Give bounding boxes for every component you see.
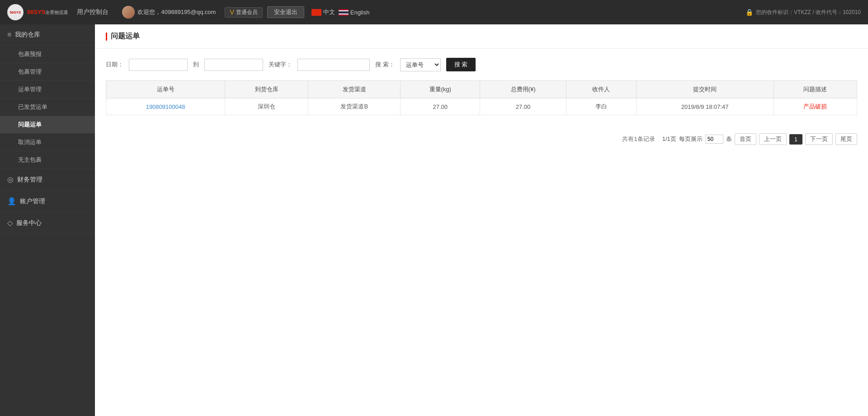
table-container: 运单号 到货仓库 发货渠道 重量(kg) 总费用(¥) 收件人 提交时间 问题描…: [95, 80, 868, 126]
sidebar: ≡ 我的仓库 包裹预报 包裹管理 运单管理 已发货运单 问题运单 取消运单 无主…: [0, 24, 95, 416]
table-row: 190809100048 深圳仓 发货渠道B 27.00 27.00 李白 20…: [106, 98, 857, 115]
sidebar-category-account-label: 账户管理: [20, 197, 45, 206]
cell-channel: 发货渠道B: [308, 98, 401, 115]
lang-cn-button[interactable]: 中文: [311, 8, 335, 16]
sidebar-category-warehouse-label: 我的仓库: [15, 31, 40, 39]
lang-en-button[interactable]: English: [339, 9, 370, 16]
col-issue: 问题描述: [774, 81, 857, 98]
sidebar-category-finance-label: 财务管理: [17, 176, 42, 184]
sidebar-category-service-label: 服务中心: [16, 219, 42, 227]
next-page-button[interactable]: 下一页: [805, 133, 833, 145]
table-header: 运单号 到货仓库 发货渠道 重量(kg) 总费用(¥) 收件人 提交时间 问题描…: [106, 81, 857, 98]
user-info-section: 欢迎您，409889195@qq.com: [122, 6, 216, 19]
logout-button[interactable]: 安全退出: [267, 6, 304, 18]
user-code-info: 🔒 您的收件标识：VTKZZ / 收件代号：102010: [745, 9, 861, 16]
language-switch: 中文 English: [311, 8, 370, 16]
search-by-label: 搜 索：: [375, 61, 395, 69]
sidebar-category-warehouse[interactable]: ≡ 我的仓库: [0, 24, 95, 46]
title-bar-accent: [106, 33, 107, 41]
keyword-input[interactable]: [297, 59, 370, 71]
sidebar-category-service[interactable]: ◇ 服务中心: [0, 212, 95, 234]
cell-issue: 产品破损: [774, 98, 857, 115]
cell-order-no: 190809100048: [106, 98, 225, 115]
sidebar-item-problem-orders[interactable]: 问题运单: [0, 116, 95, 134]
filter-bar: 日期： 到 关键字： 搜 索： 运单号 收件人 发货渠道 搜 索: [95, 49, 868, 80]
col-weight: 重量(kg): [401, 81, 480, 98]
user-identifier: 您的收件标识：VTKZZ / 收件代号：102010: [756, 9, 861, 16]
header: 56SYS 56SYS全景物流通 用户控制台 欢迎您，409889195@qq.…: [0, 0, 868, 24]
lock-icon: 🔒: [745, 9, 753, 16]
warehouse-icon: ≡: [7, 31, 11, 39]
per-page-input[interactable]: [705, 135, 723, 144]
date-to-input[interactable]: [204, 59, 263, 71]
issue-label: 产品破损: [803, 103, 827, 110]
cell-total-fee: 27.00: [480, 98, 566, 115]
page-header: 问题运单: [95, 24, 868, 49]
date-to-label: 到: [193, 61, 199, 69]
main-content: 问题运单 日期： 到 关键字： 搜 索： 运单号 收件人 发货渠道 搜 索 运单: [95, 24, 868, 416]
page-title: 问题运单: [111, 32, 140, 41]
pagination: 共有1条记录 1/1页 每页展示 条 首页 上一页 1 下一页 尾页: [95, 126, 868, 152]
cell-receiver: 李白: [566, 98, 636, 115]
finance-icon: ◎: [7, 175, 14, 184]
sidebar-item-order-manage[interactable]: 运单管理: [0, 81, 95, 98]
cell-warehouse: 深圳仓: [225, 98, 308, 115]
date-label: 日期：: [106, 61, 123, 69]
cell-submit-time: 2019/8/9 18:07:47: [636, 98, 774, 115]
cell-weight: 27.00: [401, 98, 480, 115]
flag-th-icon: [339, 9, 349, 16]
table-body: 190809100048 深圳仓 发货渠道B 27.00 27.00 李白 20…: [106, 98, 857, 115]
sidebar-item-shipped-orders[interactable]: 已发货运单: [0, 98, 95, 116]
search-button[interactable]: 搜 索: [446, 58, 476, 71]
col-warehouse: 到货仓库: [225, 81, 308, 98]
search-type-select[interactable]: 运单号 收件人 发货渠道: [400, 58, 441, 71]
logo-text: 56SYS全景物流通: [27, 9, 68, 16]
logo: 56SYS 56SYS全景物流通: [7, 4, 68, 20]
col-channel: 发货渠道: [308, 81, 401, 98]
order-link[interactable]: 190809100048: [146, 103, 185, 110]
sidebar-item-unclaimed[interactable]: 无主包裹: [0, 151, 95, 169]
member-icon: V: [230, 9, 234, 16]
col-receiver: 收件人: [566, 81, 636, 98]
col-total-fee: 总费用(¥): [480, 81, 566, 98]
current-page-button[interactable]: 1: [789, 134, 802, 145]
sidebar-item-package-manage[interactable]: 包裹管理: [0, 63, 95, 81]
prev-page-button[interactable]: 上一页: [759, 133, 787, 145]
col-submit-time: 提交时间: [636, 81, 774, 98]
logo-icon: 56SYS: [7, 4, 24, 20]
sidebar-category-account[interactable]: 👤 账户管理: [0, 191, 95, 212]
sidebar-item-cancel-orders[interactable]: 取消运单: [0, 134, 95, 151]
lang-en-label: English: [350, 9, 370, 16]
pagination-per-page-label: 每页展示: [679, 135, 703, 143]
pagination-per-page-unit: 条: [726, 135, 732, 143]
keyword-label: 关键字：: [269, 61, 292, 69]
flag-cn-icon: [311, 9, 321, 16]
account-icon: 👤: [7, 197, 16, 206]
col-order-no: 运单号: [106, 81, 225, 98]
orders-table: 运单号 到货仓库 发货渠道 重量(kg) 总费用(¥) 收件人 提交时间 问题描…: [106, 80, 857, 115]
welcome-text: 欢迎您，409889195@qq.com: [137, 8, 216, 16]
service-icon: ◇: [7, 219, 13, 227]
system-name: 用户控制台: [77, 8, 108, 16]
last-page-button[interactable]: 尾页: [835, 133, 857, 145]
lang-cn-label: 中文: [323, 8, 335, 16]
first-page-button[interactable]: 首页: [735, 133, 756, 145]
avatar: [122, 6, 135, 19]
member-badge: V 普通会员: [225, 7, 262, 18]
date-from-input[interactable]: [129, 59, 188, 71]
member-label: 普通会员: [236, 9, 258, 16]
sidebar-category-finance[interactable]: ◎ 财务管理: [0, 169, 95, 191]
sidebar-item-package-report[interactable]: 包裹预报: [0, 46, 95, 63]
layout: ≡ 我的仓库 包裹预报 包裹管理 运单管理 已发货运单 问题运单 取消运单 无主…: [0, 24, 868, 416]
pagination-page-info: 1/1页: [662, 135, 676, 143]
pagination-total: 共有1条记录: [622, 135, 655, 143]
